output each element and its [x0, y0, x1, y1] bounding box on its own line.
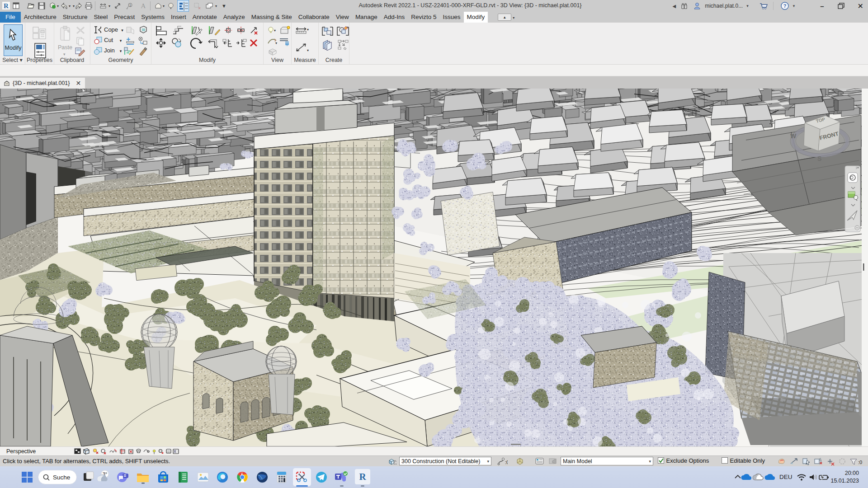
svg-text:▾: ▾ [215, 4, 217, 8]
svg-text:▾: ▾ [108, 4, 110, 8]
svg-text:R: R [359, 471, 366, 482]
svg-text:▾: ▾ [275, 41, 277, 45]
svg-text:▾: ▾ [163, 4, 165, 8]
svg-text:▾: ▾ [57, 4, 59, 8]
svg-text:1: 1 [129, 4, 131, 7]
svg-text:▾: ▾ [274, 28, 276, 33]
svg-text:W: W [790, 132, 797, 140]
svg-text:▾: ▾ [307, 48, 309, 52]
svg-text:S: S [817, 155, 821, 162]
svg-text:▾: ▾ [69, 4, 71, 8]
svg-text::0: :0 [505, 460, 508, 465]
svg-text:▾: ▾ [73, 4, 75, 8]
svg-text:A: A [141, 2, 146, 9]
svg-text:▾: ▾ [307, 28, 309, 32]
svg-text:R: R [4, 2, 9, 9]
svg-text:?: ? [783, 3, 786, 9]
svg-text::0: :0 [858, 460, 862, 465]
